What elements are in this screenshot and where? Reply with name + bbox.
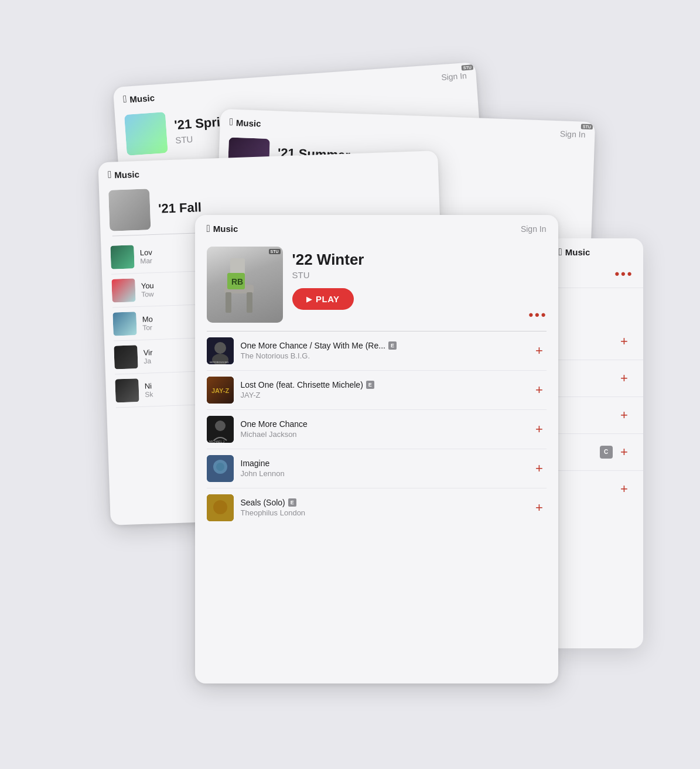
right-panel-badge-c: C xyxy=(600,446,613,459)
svg-point-7 xyxy=(214,342,226,354)
main-play-button[interactable]: ▶ PLAY xyxy=(292,288,354,310)
right-panel-add-5: + xyxy=(549,471,643,507)
right-panel-dots: ••• xyxy=(549,258,643,288)
right-panel-add-1: + xyxy=(549,323,643,360)
track-4-name: Imagine xyxy=(241,459,270,468)
right-apple-music-logo:  Music xyxy=(559,247,590,258)
track-2-explicit: E xyxy=(366,381,374,389)
track-item-seals: Seals (Solo) E Theophilus London + xyxy=(207,488,547,527)
track-2-artist: JAY-Z xyxy=(241,391,525,399)
right-panel-add-4: C + xyxy=(549,434,643,471)
track-item-mj: MICHAEL J One More Chance Michael Jackso… xyxy=(207,410,547,449)
svg-point-14 xyxy=(215,421,226,431)
play-icon: ▶ xyxy=(306,295,312,303)
main-more-dots[interactable]: ••• xyxy=(528,307,547,323)
right-panel-more-dots: ••• xyxy=(549,263,643,288)
fall-track-5-artist: Sk xyxy=(144,389,152,398)
main-sign-in[interactable]: Sign In xyxy=(521,224,547,234)
right-panel-add-btn-4[interactable]: + xyxy=(617,445,631,460)
track-5-artist: Theophilus London xyxy=(241,508,525,517)
fall-art-bg xyxy=(108,189,151,231)
track-item-jayz: JAY-Z Lost One (feat. Chrisette Michele)… xyxy=(207,371,547,410)
play-label: PLAY xyxy=(316,294,340,304)
track-2-info: Lost One (feat. Chrisette Michele) E JAY… xyxy=(241,380,525,399)
fall-track-1-name: Lov xyxy=(139,247,152,257)
fall-track-2-artist: Tow xyxy=(141,289,154,298)
track-1-explicit: E xyxy=(388,341,397,350)
track-3-info: One More Chance Michael Jackson xyxy=(241,419,525,439)
svg-rect-3 xyxy=(247,292,252,313)
card-main:  Music Sign In STU xyxy=(195,215,558,683)
track-2-add-button[interactable]: + xyxy=(532,382,547,398)
right-panel-header:  Music xyxy=(549,238,643,258)
scene:  Music Sign In STU '21 Spring STU  Mus… xyxy=(87,63,614,707)
track-3-name: One More Chance xyxy=(241,419,308,429)
right-panel-add-btn-2[interactable]: + xyxy=(617,371,631,386)
track-item-notorious: NOTORIOUS BIG One More Chance / Stay Wit… xyxy=(207,331,547,371)
track-4-artist: John Lennon xyxy=(241,469,525,478)
main-playlist-info: STU RB xyxy=(195,241,558,331)
fall-track-3-artist: Tor xyxy=(142,323,153,331)
spring-music-label: Music xyxy=(129,92,155,104)
track-1-name: One More Chance / Stay With Me (Re... xyxy=(241,341,385,350)
fall-track-3-name: Mo xyxy=(142,314,153,323)
fall-track-2-name: You xyxy=(141,281,153,290)
fall-track-5-art xyxy=(115,378,139,402)
main-art-chair: STU RB xyxy=(207,247,283,323)
fall-track-1-artist: Mar xyxy=(140,256,152,265)
main-playlist-meta: '22 Winter STU ▶ PLAY xyxy=(292,247,547,310)
track-item-lennon: Imagine John Lennon + xyxy=(207,449,547,488)
track-5-artwork xyxy=(207,494,234,521)
main-track-list: NOTORIOUS BIG One More Chance / Stay Wit… xyxy=(195,331,558,527)
summer-music-label: Music xyxy=(235,117,261,128)
right-panel-add-btn-5[interactable]: + xyxy=(617,481,631,497)
card-right-panel:  Music ••• + + + C + + xyxy=(549,238,643,648)
main-card-header:  Music Sign In xyxy=(195,215,558,241)
track-5-explicit: E xyxy=(288,498,296,507)
fall-music-label: Music xyxy=(114,169,139,179)
spring-sign-in[interactable]: Sign In xyxy=(441,71,467,82)
summer-apple-icon:  xyxy=(229,116,233,128)
fall-apple-music-logo:  Music xyxy=(107,168,139,180)
spring-apple-music-logo:  Music xyxy=(122,91,155,105)
spring-artwork: STU xyxy=(124,112,168,156)
right-panel-add-2: + xyxy=(549,360,643,397)
fall-track-3-art xyxy=(112,312,136,336)
right-panel-add-btn-1[interactable]: + xyxy=(617,334,631,349)
fall-artwork xyxy=(108,189,151,231)
track-1-add-button[interactable]: + xyxy=(532,343,547,358)
fall-track-4-art xyxy=(114,345,138,369)
track-4-artwork xyxy=(207,455,234,482)
fall-title: '21 Fall xyxy=(158,200,202,216)
fall-meta: '21 Fall xyxy=(158,200,202,216)
main-music-label: Music xyxy=(213,224,238,234)
track-1-artwork: NOTORIOUS BIG xyxy=(207,337,234,364)
track-4-info: Imagine John Lennon xyxy=(241,459,525,478)
svg-text:JAY-Z: JAY-Z xyxy=(211,387,229,394)
spring-apple-icon:  xyxy=(122,93,127,105)
chair-svg: RB xyxy=(207,247,283,323)
track-3-artist: Michael Jackson xyxy=(241,430,525,439)
main-playlist-artwork: STU RB xyxy=(207,247,283,323)
fall-track-2-art xyxy=(111,278,135,302)
summer-apple-music-logo:  Music xyxy=(229,116,261,129)
track-5-name: Seals (Solo) xyxy=(241,498,285,507)
fall-track-5-name: Ni xyxy=(144,381,153,389)
track-1-artist: The Notorious B.I.G. xyxy=(241,351,525,360)
track-3-add-button[interactable]: + xyxy=(532,422,547,437)
track-5-add-button[interactable]: + xyxy=(532,500,547,515)
fall-track-4-name: Vir xyxy=(143,347,152,357)
fall-apple-icon:  xyxy=(107,169,111,180)
right-panel-add-btn-3[interactable]: + xyxy=(617,408,631,423)
summer-sign-in[interactable]: Sign In xyxy=(559,129,585,139)
track-4-add-button[interactable]: + xyxy=(532,461,547,476)
fall-track-1-art xyxy=(110,245,134,269)
fall-track-4-artist: Ja xyxy=(143,356,152,365)
main-apple-icon:  xyxy=(207,223,210,235)
track-3-artwork: MICHAEL J xyxy=(207,416,234,443)
main-playlist-title: '22 Winter xyxy=(292,251,547,268)
svg-point-18 xyxy=(216,463,224,471)
main-playlist-subtitle: STU xyxy=(292,270,547,280)
main-apple-music-logo:  Music xyxy=(207,223,238,235)
right-panel-add-3: + xyxy=(549,397,643,434)
